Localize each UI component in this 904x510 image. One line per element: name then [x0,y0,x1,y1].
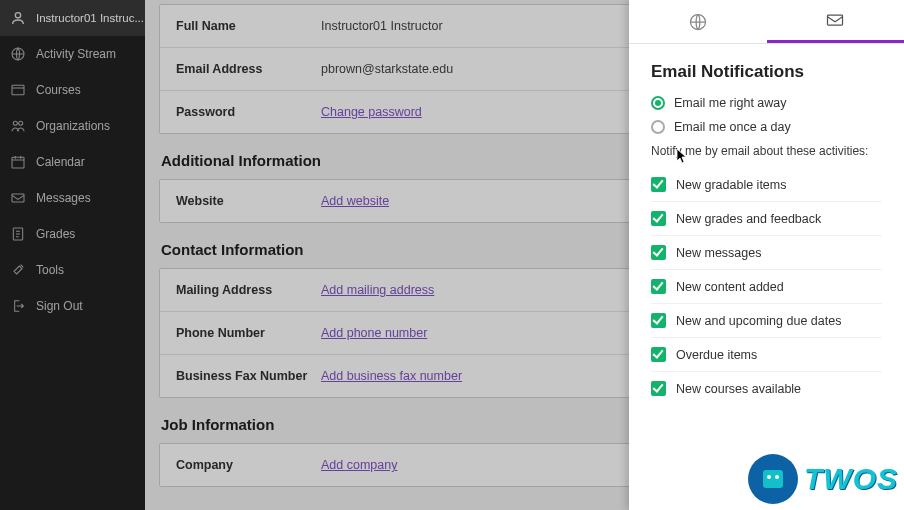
calendar-icon [10,154,26,170]
tools-icon [10,262,26,278]
sidebar: Instructor01 Instruc... Activity Stream … [0,0,145,510]
sidebar-item-label: Sign Out [36,299,83,313]
globe-icon [10,46,26,62]
sidebar-user[interactable]: Instructor01 Instruc... [0,0,145,36]
sidebar-user-label: Instructor01 Instruc... [36,12,144,24]
activity-checkbox[interactable]: New courses available [651,372,882,405]
tab-stream[interactable] [629,0,767,43]
notifications-panel: Email Notifications Email me right away … [629,0,904,510]
activity-label: New content added [676,280,784,294]
add-fax-link[interactable]: Add business fax number [321,369,462,383]
row-email[interactable]: Email Address pbrown@starkstate.edu [160,48,636,91]
panel-tabs [629,0,904,44]
field-label: Company [176,458,321,472]
user-icon [10,10,26,26]
contact-info-card: Mailing Address Add mailing address Phon… [159,268,637,398]
signout-icon [10,298,26,314]
sidebar-item-tools[interactable]: Tools [0,252,145,288]
svg-rect-6 [12,194,24,202]
sidebar-item-courses[interactable]: Courses [0,72,145,108]
radio-icon [651,120,665,134]
sidebar-item-label: Activity Stream [36,47,116,61]
tab-email[interactable] [767,0,905,43]
row-password[interactable]: Password Change password [160,91,636,133]
additional-info-card: Website Add website [159,179,637,223]
activity-label: New courses available [676,382,801,396]
radio-email-right-away[interactable]: Email me right away [651,96,882,110]
globe-icon [688,12,708,32]
envelope-icon [825,10,845,30]
radio-label: Email me once a day [674,120,791,134]
add-website-link[interactable]: Add website [321,194,389,208]
checkmark-icon [651,211,666,226]
row-company[interactable]: Company Add company [160,444,636,486]
sidebar-item-label: Tools [36,263,64,277]
checkmark-icon [651,245,666,260]
checkmark-icon [651,279,666,294]
svg-point-4 [19,121,23,125]
grades-icon [10,226,26,242]
field-label: Phone Number [176,326,321,340]
additional-info-heading: Additional Information [161,152,637,169]
field-label: Email Address [176,62,321,76]
field-label: Password [176,105,321,119]
svg-point-3 [13,121,17,125]
activity-checkbox[interactable]: New gradable items [651,168,882,202]
activity-label: Overdue items [676,348,757,362]
radio-icon [651,96,665,110]
sidebar-item-messages[interactable]: Messages [0,180,145,216]
activity-label: New gradable items [676,178,786,192]
row-fax[interactable]: Business Fax Number Add business fax num… [160,355,636,397]
contact-info-heading: Contact Information [161,241,637,258]
sidebar-item-calendar[interactable]: Calendar [0,144,145,180]
sidebar-item-label: Courses [36,83,81,97]
activity-checkbox[interactable]: New content added [651,270,882,304]
sidebar-item-signout[interactable]: Sign Out [0,288,145,324]
activities-hint: Notify me by email about these activitie… [651,144,882,158]
row-phone[interactable]: Phone Number Add phone number [160,312,636,355]
activity-checkbox[interactable]: Overdue items [651,338,882,372]
checkmark-icon [651,313,666,328]
activity-checkbox[interactable]: New and upcoming due dates [651,304,882,338]
checkmark-icon [651,347,666,362]
organizations-icon [10,118,26,134]
field-label: Website [176,194,321,208]
courses-icon [10,82,26,98]
add-company-link[interactable]: Add company [321,458,397,472]
radio-label: Email me right away [674,96,787,110]
sidebar-item-organizations[interactable]: Organizations [0,108,145,144]
field-label: Mailing Address [176,283,321,297]
job-info-heading: Job Information [161,416,637,433]
sidebar-item-label: Grades [36,227,75,241]
watermark-logo: TWOS [748,454,898,504]
field-value: Instructor01 Instructor [321,19,443,33]
activity-checkbox[interactable]: New grades and feedback [651,202,882,236]
logo-badge-icon [748,454,798,504]
svg-point-0 [15,13,20,18]
svg-rect-5 [12,157,24,168]
add-phone-link[interactable]: Add phone number [321,326,427,340]
panel-body: Email Notifications Email me right away … [629,44,904,413]
job-info-card: Company Add company [159,443,637,487]
row-website[interactable]: Website Add website [160,180,636,222]
change-password-link[interactable]: Change password [321,105,422,119]
logo-text: TWOS [804,462,898,496]
svg-rect-9 [828,15,843,25]
svg-rect-2 [12,85,24,94]
sidebar-item-grades[interactable]: Grades [0,216,145,252]
field-value: pbrown@starkstate.edu [321,62,453,76]
add-mailing-address-link[interactable]: Add mailing address [321,283,434,297]
sidebar-item-label: Messages [36,191,91,205]
sidebar-item-activity-stream[interactable]: Activity Stream [0,36,145,72]
activity-checkbox[interactable]: New messages [651,236,882,270]
field-label: Business Fax Number [176,369,321,383]
activity-label: New grades and feedback [676,212,821,226]
checkmark-icon [651,177,666,192]
basic-info-card: Full Name Instructor01 Instructor Email … [159,4,637,134]
field-label: Full Name [176,19,321,33]
row-fullname[interactable]: Full Name Instructor01 Instructor [160,5,636,48]
activity-label: New and upcoming due dates [676,314,841,328]
row-mailing-address[interactable]: Mailing Address Add mailing address [160,269,636,312]
checkmark-icon [651,381,666,396]
radio-email-once-day[interactable]: Email me once a day [651,120,882,134]
